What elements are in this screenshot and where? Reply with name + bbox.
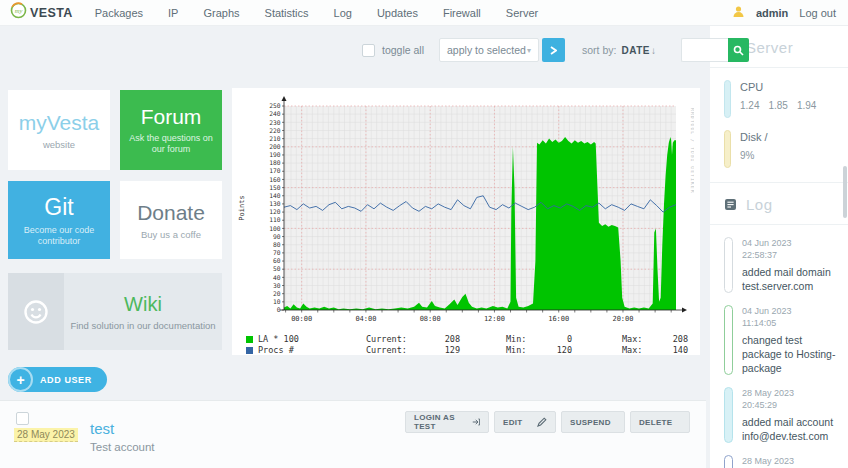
bulk-action-value: apply to selected bbox=[447, 44, 526, 56]
svg-text:00:00: 00:00 bbox=[291, 315, 312, 323]
user-row-checkbox[interactable] bbox=[16, 412, 29, 425]
bulk-action-select[interactable]: apply to selected ▾ bbox=[439, 38, 539, 62]
toggle-all-label: toggle all bbox=[382, 44, 424, 56]
current-user-link[interactable]: admin bbox=[756, 7, 788, 19]
legend-key: Current: bbox=[366, 334, 426, 345]
brand-text: VESTA bbox=[30, 6, 73, 20]
wiki-title: Wiki bbox=[124, 293, 162, 316]
plus-icon: + bbox=[8, 367, 33, 392]
svg-text:08:00: 08:00 bbox=[420, 315, 441, 323]
card-git[interactable]: Git Become our code contributor bbox=[8, 181, 110, 259]
nav-item-ip[interactable]: IP bbox=[168, 7, 178, 19]
svg-text:120: 120 bbox=[269, 208, 281, 215]
card-donate[interactable]: Donate Buy us a coffe bbox=[120, 181, 222, 259]
log-entry: 28 May 2023 20:45:29 added mail account … bbox=[724, 387, 848, 443]
legend-key: Min: bbox=[506, 345, 538, 356]
nav-item-log[interactable]: Log bbox=[334, 7, 352, 19]
svg-text:RRDTOOL / TOBI OETIKER: RRDTOOL / TOBI OETIKER bbox=[690, 108, 694, 194]
legend-min-value: 0 bbox=[538, 334, 572, 345]
legend-key: Max: bbox=[622, 345, 654, 356]
log-status-bar bbox=[724, 455, 733, 468]
wiki-icon-box bbox=[8, 273, 64, 350]
sort-direction-arrow-icon[interactable]: ↓ bbox=[651, 45, 656, 56]
add-user-button[interactable]: + ADD USER bbox=[8, 367, 107, 392]
suspend-button[interactable]: SUSPEND bbox=[561, 411, 625, 433]
nav-item-updates[interactable]: Updates bbox=[377, 7, 418, 19]
button-label: SUSPEND bbox=[570, 418, 611, 427]
cpu-load-1: 1.24 bbox=[740, 100, 759, 111]
svg-text:16:00: 16:00 bbox=[548, 315, 569, 323]
svg-text:20:00: 20:00 bbox=[612, 315, 633, 323]
sort-field[interactable]: DATE bbox=[621, 45, 649, 56]
logout-link[interactable]: Log out bbox=[799, 7, 836, 19]
legend-key: Current: bbox=[366, 345, 426, 356]
legend-max-value: 140 bbox=[654, 345, 688, 356]
legend-swatch-procs bbox=[246, 347, 253, 354]
svg-text:130: 130 bbox=[269, 200, 281, 207]
svg-text:70: 70 bbox=[273, 249, 281, 256]
toggle-all-checkbox[interactable] bbox=[362, 44, 375, 57]
main-menu: Packages IP Graphs Statistics Log Update… bbox=[95, 7, 538, 19]
divider bbox=[710, 67, 848, 68]
cpu-load-15: 1.94 bbox=[797, 100, 816, 111]
button-label: EDIT bbox=[503, 418, 522, 427]
log-icon bbox=[724, 198, 737, 211]
log-message: added mail account info@dev.test.com bbox=[742, 415, 842, 443]
cpu-label: CPU bbox=[740, 81, 816, 93]
right-sidebar: Server CPU 1.24 1.85 1.94 Disk / 9% Log bbox=[710, 26, 848, 468]
chevron-right-icon bbox=[550, 46, 557, 55]
search-input[interactable] bbox=[681, 38, 728, 62]
svg-text:90: 90 bbox=[273, 233, 281, 240]
svg-text:100: 100 bbox=[269, 225, 281, 232]
add-user-label: ADD USER bbox=[40, 375, 92, 385]
user-row-actions: LOGIN AS TEST EDIT SUSPEND DELETE bbox=[405, 411, 690, 433]
log-status-bar bbox=[724, 305, 733, 375]
svg-text:140: 140 bbox=[269, 192, 281, 199]
load-average-graph[interactable]: 0102030405060708090100110120130140150160… bbox=[236, 94, 700, 332]
log-time: 11:14:05 bbox=[742, 318, 776, 328]
card-forum[interactable]: Forum Ask the questions on our forum bbox=[120, 90, 222, 170]
card-myvesta-website[interactable]: myVesta website bbox=[8, 90, 110, 170]
svg-text:30: 30 bbox=[273, 282, 281, 289]
nav-item-firewall[interactable]: Firewall bbox=[443, 7, 481, 19]
nav-item-packages[interactable]: Packages bbox=[95, 7, 143, 19]
user-list-section: 28 May 2023 test Test account LOGIN AS T… bbox=[0, 400, 706, 468]
graph-legend: LA * 100 Current: 208 Min: 0 Max: 208 Pr… bbox=[246, 334, 700, 356]
cpu-load-5: 1.85 bbox=[768, 100, 787, 111]
card-subtitle: Buy us a coffe bbox=[141, 229, 201, 240]
edit-button[interactable]: EDIT bbox=[494, 411, 556, 433]
svg-text:220: 220 bbox=[269, 127, 281, 134]
divider bbox=[710, 224, 848, 225]
legend-min-value: 120 bbox=[538, 345, 572, 356]
smiley-icon bbox=[23, 299, 49, 325]
log-panel-header[interactable]: Log bbox=[710, 183, 848, 224]
svg-text:04:00: 04:00 bbox=[355, 315, 376, 323]
log-entry: 04 Jun 2023 11:14:05 changed test packag… bbox=[724, 305, 848, 375]
svg-text:180: 180 bbox=[269, 159, 281, 166]
svg-text:80: 80 bbox=[273, 241, 281, 248]
delete-button[interactable]: DELETE bbox=[630, 411, 690, 433]
log-time: 20:45:29 bbox=[742, 400, 777, 410]
promo-cards: myVesta website Forum Ask the questions … bbox=[8, 90, 222, 259]
sidebar-scrollbar[interactable] bbox=[843, 166, 847, 218]
card-title: Git bbox=[44, 194, 73, 221]
log-entry: 28 May 2023 20:44:54 added mysql databas… bbox=[724, 455, 848, 468]
search-button[interactable] bbox=[728, 38, 749, 62]
log-entry: 04 Jun 2023 22:58:37 added mail domain t… bbox=[724, 237, 848, 293]
login-as-user-button[interactable]: LOGIN AS TEST bbox=[405, 411, 489, 433]
svg-text:200: 200 bbox=[269, 143, 281, 150]
card-wiki[interactable]: Wiki Find solution in our documentation bbox=[8, 273, 222, 350]
app-logo[interactable]: my VESTA bbox=[10, 2, 73, 23]
server-panel-title: Server bbox=[746, 39, 793, 56]
apply-button[interactable] bbox=[542, 38, 565, 62]
svg-text:20: 20 bbox=[273, 290, 281, 297]
cpu-meter: CPU 1.24 1.85 1.94 bbox=[724, 80, 848, 118]
svg-text:230: 230 bbox=[269, 119, 281, 126]
nav-item-graphs[interactable]: Graphs bbox=[203, 7, 239, 19]
username-link[interactable]: test bbox=[90, 420, 114, 437]
nav-item-statistics[interactable]: Statistics bbox=[265, 7, 309, 19]
log-time: 22:58:37 bbox=[742, 250, 777, 260]
disk-label: Disk / bbox=[740, 131, 768, 143]
svg-text:40: 40 bbox=[273, 274, 281, 281]
nav-item-server[interactable]: Server bbox=[506, 7, 538, 19]
